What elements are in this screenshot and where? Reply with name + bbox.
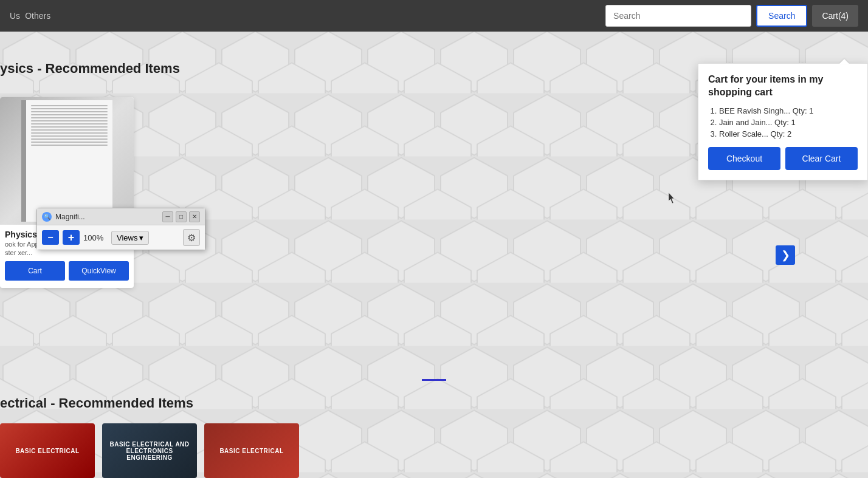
elec-book-2-title: BASIC ELECTRICAL AND ELECTRONICS ENGINEE… xyxy=(102,436,197,466)
add-to-cart-button[interactable]: Cart xyxy=(5,261,65,281)
quickview-button[interactable]: QuickView xyxy=(69,261,129,281)
magnifier-titlebar: 🔍 Magnifi... ─ □ ✕ xyxy=(37,208,205,225)
book-subtitle2: ster xer... xyxy=(0,249,134,258)
zoom-in-button[interactable]: + xyxy=(63,230,80,245)
cart-action-buttons: Checkout Clear Cart xyxy=(708,147,858,170)
nav-us-link[interactable]: Us xyxy=(10,11,20,21)
navbar-links: Us Others xyxy=(10,11,50,21)
magnifier-window-controls: ─ □ ✕ xyxy=(162,211,200,222)
cart-dropdown: Cart for your items in my shopping cart … xyxy=(698,63,868,180)
cart-button[interactable]: Cart(4) xyxy=(812,5,858,27)
book-line-4 xyxy=(31,114,108,115)
cart-item-1: BEE Ravish Singh... Qty: 1 xyxy=(719,106,858,115)
magnifier-window: 🔍 Magnifi... ─ □ ✕ − + 100% Views ▾ ⚙ xyxy=(36,208,205,250)
cart-item-2: Jain and Jain... Qty: 1 xyxy=(719,118,858,127)
book-actions: Cart QuickView xyxy=(0,258,134,281)
views-label: Views xyxy=(117,233,137,242)
cart-header: Cart for your items in my shopping cart xyxy=(708,73,858,99)
book-line-10 xyxy=(31,132,108,134)
checkout-button[interactable]: Checkout xyxy=(708,147,780,170)
carousel-indicator xyxy=(422,379,446,381)
search-button[interactable]: Search xyxy=(756,5,807,27)
elec-book-2: BASIC ELECTRICAL AND ELECTRONICS ENGINEE… xyxy=(102,423,197,478)
book-line-7 xyxy=(31,123,108,125)
nav-others-link[interactable]: Others xyxy=(25,11,50,21)
views-chevron-icon: ▾ xyxy=(139,233,143,242)
elec-book-1-title: BASIC ELECTRICAL xyxy=(10,443,84,459)
cart-items-list: BEE Ravish Singh... Qty: 1 Jain and Jain… xyxy=(708,106,858,138)
clear-cart-button[interactable]: Clear Cart xyxy=(785,147,858,170)
book-line-2 xyxy=(31,108,108,109)
book-line-5 xyxy=(31,117,108,118)
magnifier-title: Magnifi... xyxy=(55,213,159,221)
magnifier-toolbar: − + 100% Views ▾ ⚙ xyxy=(37,225,205,250)
book-image-inner xyxy=(21,100,112,222)
next-arrow-button[interactable]: ❯ xyxy=(776,245,795,265)
book-line-8 xyxy=(31,126,108,128)
book-line-3 xyxy=(31,111,108,112)
elec-book-3: BASIC ELECTRICAL xyxy=(204,423,299,478)
book-line-14 xyxy=(31,145,108,146)
physics-section-title: ysics - Recommended Items xyxy=(0,61,180,77)
book-line-13 xyxy=(31,142,108,143)
book-line-12 xyxy=(31,138,108,140)
minimize-button[interactable]: ─ xyxy=(162,211,173,222)
book-image xyxy=(0,97,134,225)
book-line-1 xyxy=(31,105,108,106)
zoom-out-button[interactable]: − xyxy=(42,230,59,245)
restore-button[interactable]: □ xyxy=(176,211,187,222)
cart-item-3: Roller Scale... Qty: 2 xyxy=(719,129,858,138)
navbar: Us Others Search Cart(4) xyxy=(0,0,868,32)
elec-book-1: BASIC ELECTRICAL xyxy=(0,423,95,478)
electrical-books-row: BASIC ELECTRICAL BASIC ELECTRICAL AND EL… xyxy=(0,423,299,478)
navbar-right: Search Cart(4) xyxy=(605,5,858,27)
main-content: ysics - Recommended Items Physics Part xyxy=(0,32,868,478)
magnifier-app-icon: 🔍 xyxy=(42,212,52,222)
book-card: Physics Part 1 ook for Applied physics s… xyxy=(0,97,134,288)
elec-book-3-title: BASIC ELECTRICAL xyxy=(215,443,288,459)
close-button[interactable]: ✕ xyxy=(189,211,200,222)
search-input[interactable] xyxy=(605,5,751,27)
magnifier-settings-button[interactable]: ⚙ xyxy=(183,229,200,246)
book-line-11 xyxy=(31,135,108,137)
electrical-section-title: ectrical - Recommended Items xyxy=(0,395,193,411)
zoom-level-label: 100% xyxy=(83,233,108,242)
book-line-9 xyxy=(31,129,108,131)
views-button[interactable]: Views ▾ xyxy=(111,231,149,245)
book-line-6 xyxy=(31,120,108,121)
